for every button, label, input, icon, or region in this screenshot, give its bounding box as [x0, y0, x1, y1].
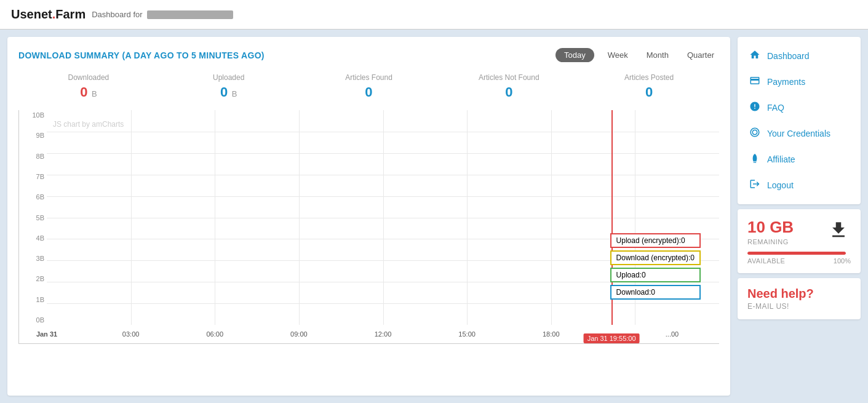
help-title: Need help? — [747, 287, 851, 301]
content-area: DOWNLOAD SUMMARY (A DAY AGO TO 5 MINUTES… — [7, 37, 730, 396]
tooltip-upload-encrypted: Upload (encrypted):0 — [610, 233, 701, 248]
section-header: DOWNLOAD SUMMARY (A DAY AGO TO 5 MINUTES… — [18, 48, 719, 62]
tooltip-download-encrypted: Download (encrypted):0 — [610, 250, 701, 265]
chart-watermark: JS chart by amCharts — [53, 120, 124, 129]
sidebar-item-credentials-label: Your Credentials — [767, 129, 830, 138]
stat-articles-not-found: Articles Not Found 0 — [439, 73, 579, 100]
main-layout: DOWNLOAD SUMMARY (A DAY AGO TO 5 MINUTES… — [0, 30, 868, 403]
x-label-1800: 18:00 — [543, 330, 560, 338]
articles-found-label: Articles Found — [299, 73, 439, 82]
y-label-0: 0B — [22, 316, 44, 324]
logo: Usenet.Farm — [11, 7, 86, 22]
date-tooltip: Jan 31 19:55:00 — [584, 333, 640, 343]
download-icon-box — [826, 218, 851, 242]
downloaded-value: 0 — [80, 84, 87, 100]
vgrid-3 — [299, 110, 300, 325]
sidebar-nav: Dashboard Payments FAQ Your Credentials — [738, 37, 861, 204]
alert-icon — [749, 101, 761, 114]
storage-top: 10 GB REMAINING — [747, 218, 851, 245]
sidebar-item-logout[interactable]: Logout — [738, 172, 861, 198]
x-label-0600: 06:00 — [206, 330, 223, 338]
chart-container: 0B 1B 2B 3B 4B 5B 6B 7B 8B 9B 10B JS cha… — [18, 110, 719, 344]
sidebar-item-logout-label: Logout — [767, 180, 794, 190]
gear-icon — [749, 127, 761, 140]
stat-downloaded: Downloaded 0 B — [18, 73, 159, 100]
y-label-7: 7B — [22, 173, 44, 180]
logout-icon — [749, 178, 761, 192]
month-button[interactable]: Month — [642, 48, 674, 62]
help-subtitle: E-MAIL US! — [747, 302, 851, 311]
articles-posted-value: 0 — [645, 84, 653, 100]
x-label-0900: 09:00 — [290, 330, 308, 338]
tooltip-download: Download:0 — [610, 285, 701, 300]
sidebar-item-affiliate-label: Affiliate — [767, 154, 795, 164]
stats-row: Downloaded 0 B Uploaded 0 B Articles Fou… — [18, 73, 719, 100]
today-button[interactable]: Today — [555, 48, 594, 62]
stat-articles-found: Articles Found 0 — [299, 73, 439, 100]
vgrid-1 — [131, 110, 132, 325]
y-label-2: 2B — [22, 275, 44, 282]
sidebar-item-affiliate[interactable]: Affiliate — [738, 146, 861, 172]
x-label-1200: 12:00 — [375, 330, 392, 338]
storage-bar-fill — [747, 252, 846, 255]
storage-widget: 10 GB REMAINING AVAILABLE 100% — [738, 209, 861, 273]
y-label-10: 10B — [22, 111, 44, 119]
rocket-icon — [749, 153, 761, 166]
articles-not-found-label: Articles Not Found — [439, 73, 579, 82]
vgrid-2 — [215, 110, 215, 325]
top-header: Usenet.Farm Dashboard for — [0, 0, 868, 30]
articles-posted-label: Articles Posted — [579, 73, 719, 82]
y-label-5: 5B — [22, 214, 44, 221]
y-label-3: 3B — [22, 255, 44, 262]
x-label-0300: 03:00 — [122, 330, 140, 338]
sidebar-item-credentials[interactable]: Your Credentials — [738, 121, 861, 146]
y-label-9: 9B — [22, 132, 44, 139]
stat-articles-posted: Articles Posted 0 — [579, 73, 719, 100]
sidebar-item-payments-label: Payments — [767, 77, 805, 87]
help-widget: Need help? E-MAIL US! — [738, 278, 861, 319]
vgrid-6 — [551, 110, 552, 325]
y-label-1: 1B — [22, 296, 44, 303]
tooltip-upload: Upload:0 — [610, 268, 701, 282]
home-icon — [749, 49, 761, 63]
sidebar-item-dashboard[interactable]: Dashboard — [738, 43, 861, 69]
storage-bar-row — [747, 252, 851, 255]
tooltip-group: Upload (encrypted):0 Download (encrypted… — [610, 233, 701, 300]
card-icon — [749, 75, 761, 89]
x-label-jan31: Jan 31 — [36, 330, 57, 338]
sidebar-item-faq[interactable]: FAQ — [738, 95, 861, 121]
dashboard-for-label: Dashboard for — [92, 10, 233, 20]
section-title: DOWNLOAD SUMMARY (A DAY AGO TO 5 MINUTES… — [18, 50, 265, 60]
sidebar-item-dashboard-label: Dashboard — [767, 51, 810, 61]
sidebar: Dashboard Payments FAQ Your Credentials — [738, 37, 861, 396]
username-mask — [147, 10, 233, 19]
storage-info: 10 GB REMAINING — [747, 218, 794, 245]
y-label-6: 6B — [22, 193, 44, 201]
articles-found-value: 0 — [365, 84, 372, 100]
storage-gb: 10 GB — [747, 218, 794, 237]
downloaded-unit: B — [92, 89, 97, 98]
quarter-button[interactable]: Quarter — [682, 48, 719, 62]
downloaded-label: Downloaded — [18, 73, 159, 82]
y-label-8: 8B — [22, 153, 44, 160]
time-filters: Today Week Month Quarter — [555, 48, 719, 62]
sidebar-item-payments[interactable]: Payments — [738, 69, 861, 95]
articles-not-found-value: 0 — [505, 84, 512, 100]
y-label-4: 4B — [22, 234, 44, 242]
uploaded-value: 0 — [220, 84, 228, 100]
sidebar-item-faq-label: FAQ — [767, 103, 784, 113]
storage-available-label: AVAILABLE — [747, 257, 785, 265]
storage-percent: 100% — [834, 257, 851, 265]
chart-y-axis: 0B 1B 2B 3B 4B 5B 6B 7B 8B 9B 10B — [19, 110, 47, 325]
week-button[interactable]: Week — [603, 48, 633, 62]
storage-remaining-label: REMAINING — [747, 238, 794, 245]
x-axis: Jan 31 03:00 06:00 09:00 12:00 15:00 18:… — [47, 325, 719, 343]
stat-uploaded: Uploaded 0 B — [159, 73, 299, 100]
vgrid-5 — [467, 110, 468, 325]
download-icon — [828, 220, 849, 241]
x-label-1500: 15:00 — [458, 330, 476, 338]
uploaded-unit: B — [232, 89, 237, 98]
x-label-end: ...00 — [666, 330, 679, 338]
uploaded-label: Uploaded — [159, 73, 299, 82]
chart-plot: JS chart by amCharts — [47, 110, 719, 325]
